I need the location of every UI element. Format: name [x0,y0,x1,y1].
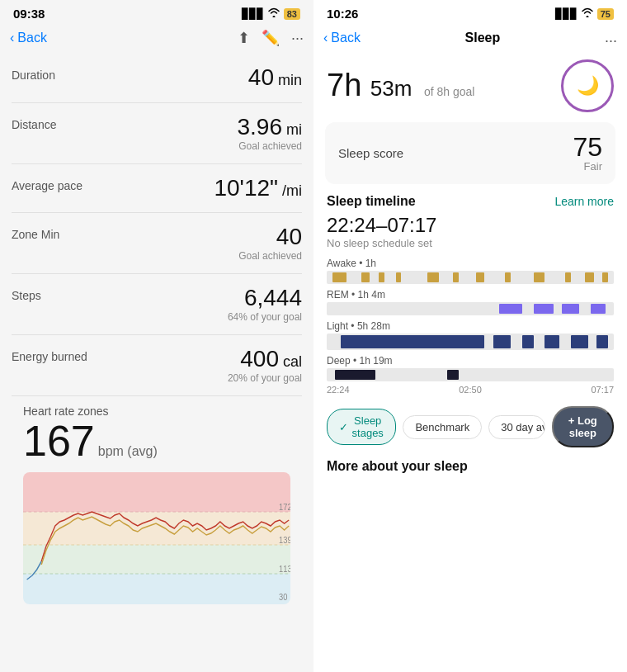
sleep-panel: 10:26 ▊▊▊ 75 ‹ Back Sleep ... [314,0,627,672]
time-left: 09:38 [13,7,45,21]
sleep-score-label: Sleep score [338,146,403,160]
battery-left: 83 [284,8,300,20]
svg-rect-0 [23,472,290,512]
share-icon[interactable]: ⬆ [238,29,250,47]
avg-pace-label: Average pace [12,176,82,192]
metric-zone-min: Zone Min 40 Goal achieved [12,213,302,274]
sleep-header: 7h 53m of 8h goal 🌙 [314,53,627,122]
rem-label: REM • 1h 4m [327,289,614,301]
tab-sleep-stages[interactable]: ✓ Sleep stages [327,409,396,445]
metric-energy: Energy burned 400 cal 20% of your goal [12,335,302,396]
nav-bar-right: ‹ Back Sleep ... [314,24,627,53]
status-bar-right: 10:26 ▊▊▊ 75 [314,0,627,24]
sleep-tabs: ✓ Sleep stages Benchmark 30 day ave + Lo… [314,401,627,452]
sleep-score-quality: Fair [573,160,602,173]
distance-sub: Goal achieved [238,140,303,152]
svg-rect-1 [23,512,290,545]
rem-bar-track [327,302,614,315]
more-icon-right[interactable]: ... [605,29,617,46]
stage-rem: REM • 1h 4m [327,289,614,315]
svg-text:30: 30 [279,592,287,601]
metric-avg-pace: Average pace 10'12" /mi [12,164,302,214]
status-icons-right: ▊▊▊ 75 [555,7,614,20]
workout-panel: 09:38 ▊▊▊ 83 ‹ Back ⬆ ✏️ ··· Du [0,0,314,672]
energy-value-block: 400 cal 20% of your goal [228,347,302,384]
chart-svg: 172 139 113 30 [23,472,290,604]
steps-value-block: 6,444 64% of your goal [228,286,302,323]
no-schedule-label: No sleep schedule set [327,237,614,249]
light-bar-track [327,334,614,350]
steps-sub: 64% of your goal [228,311,302,323]
nav-bar-left: ‹ Back ⬆ ✏️ ··· [0,24,314,54]
timeline-times: 22:24 02:50 07:17 [327,385,614,395]
sleep-duration: 7h 53m of 8h goal [327,69,474,103]
back-button-right[interactable]: ‹ Back [323,31,361,45]
zone-min-value-block: 40 Goal achieved [238,225,302,262]
zone-min-value: 40 [238,225,302,250]
time-start: 22:24 [327,385,350,395]
stage-deep: Deep • 1h 19m [327,355,614,381]
wifi-icon-left [267,7,280,20]
status-icons-left: ▊▊▊ 83 [242,7,300,20]
chevron-left-icon-left: ‹ [10,31,14,45]
sleep-nav-title: Sleep [465,31,501,45]
signal-icon-right: ▊▊▊ [555,8,578,20]
tab-30-day[interactable]: 30 day ave [488,415,544,439]
time-right: 10:26 [327,7,358,21]
signal-icon-left: ▊▊▊ [242,8,264,20]
zone-min-sub: Goal achieved [238,250,302,262]
timeline-header: Sleep timeline Learn more [327,194,614,209]
deep-label: Deep • 1h 19m [327,355,614,367]
svg-text:139: 139 [279,535,290,544]
hr-zones-title: Heart rate zones [23,405,290,418]
sleep-timeline-section: Sleep timeline Learn more 22:24–07:17 No… [314,194,627,401]
more-about-sleep: More about your sleep [314,452,627,480]
more-icon-left[interactable]: ··· [291,30,304,47]
duration-label: Duration [12,65,55,82]
check-icon: ✓ [339,421,348,433]
metric-steps: Steps 6,444 64% of your goal [12,274,302,335]
back-button-left[interactable]: ‹ Back [10,31,47,45]
avg-pace-value-block: 10'12" /mi [214,176,302,201]
learn-more-button[interactable]: Learn more [554,195,614,208]
light-label: Light • 5h 28m [327,320,614,332]
chevron-left-icon-right: ‹ [323,31,328,45]
sleep-score-value-block: 75 Fair [573,134,602,173]
steps-value: 6,444 [228,286,302,311]
svg-text:172: 172 [279,502,290,511]
zone-min-label: Zone Min [12,225,59,241]
energy-sub: 20% of your goal [228,372,302,384]
nav-actions-left: ⬆ ✏️ ··· [238,29,304,47]
metrics-container: Duration 40 min Distance 3.96 mi Goal ac… [0,54,314,672]
hr-bpm-value: 167bpm (avg) [23,419,290,462]
distance-value: 3.96 mi [238,115,303,140]
edit-icon[interactable]: ✏️ [262,29,280,47]
stage-light: Light • 5h 28m [327,320,614,350]
energy-label: Energy burned [12,347,87,363]
sleep-score-number: 75 [573,134,602,160]
metric-duration: Duration 40 min [12,54,302,103]
awake-label: Awake • 1h [327,258,614,269]
awake-bar-track [327,271,614,284]
metric-distance: Distance 3.96 mi Goal achieved [12,103,302,164]
status-bar-left: 09:38 ▊▊▊ 83 [0,0,314,24]
sleep-goal-circle: 🌙 [561,59,614,112]
deep-bar-track [327,368,614,381]
moon-icon: 🌙 [577,75,599,97]
back-label-left: Back [17,31,47,45]
heart-rate-chart: 172 139 113 30 [23,472,290,604]
time-mid: 02:50 [459,385,482,395]
svg-rect-2 [23,545,290,574]
distance-label: Distance [12,115,56,131]
duration-value: 40 min [248,65,302,91]
wifi-icon-right [581,7,594,20]
log-sleep-button[interactable]: + Log sleep [552,406,614,447]
distance-value-block: 3.96 mi Goal achieved [238,115,303,152]
tab-benchmark[interactable]: Benchmark [403,415,482,439]
avg-pace-value: 10'12" /mi [214,176,302,201]
battery-right: 75 [597,8,614,20]
timeline-title: Sleep timeline [327,194,416,209]
steps-label: Steps [12,286,41,302]
time-end: 07:17 [591,385,614,395]
back-label-right: Back [331,31,361,45]
